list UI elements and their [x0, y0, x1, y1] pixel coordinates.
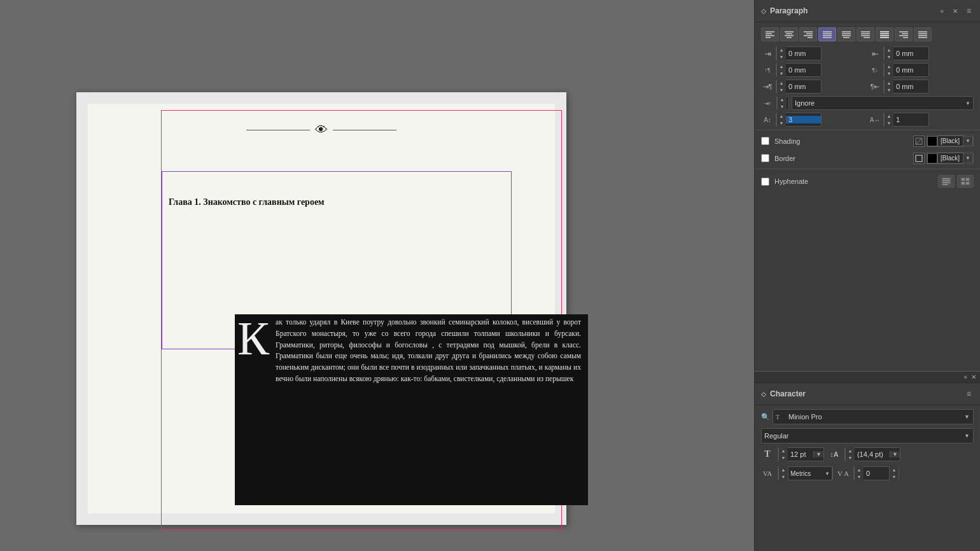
align-left-btn[interactable] [761, 27, 779, 41]
font-style-select[interactable]: Regular [762, 432, 964, 440]
shading-checkbox[interactable] [761, 137, 769, 145]
space-after-up[interactable]: ▲ [885, 63, 893, 70]
space-after-icon: ¶↓ [869, 65, 881, 75]
hyphenate-grid-icon[interactable] [957, 175, 974, 188]
indent-right-up[interactable]: ▲ [885, 46, 893, 53]
hyphenate-icons [938, 175, 974, 188]
font-size-dropdown[interactable]: ▼ [813, 451, 823, 457]
tracking-input[interactable] [864, 470, 889, 477]
kerning-up[interactable]: ▲ [779, 466, 788, 473]
font-preview-icon: T [775, 412, 784, 421]
last-line-up[interactable]: ▲ [885, 80, 893, 87]
leading-down[interactable]: ▼ [846, 454, 855, 461]
font-style-row: Regular ▼ [755, 427, 980, 445]
paragraph-collapse-btn[interactable]: « [937, 6, 946, 16]
space-before-up[interactable]: ▲ [777, 63, 786, 70]
ignore-down[interactable]: ▼ [778, 103, 787, 110]
ignore-select[interactable]: Ignore [792, 99, 965, 107]
paragraph-panel-header: ◇ Paragraph « ✕ ≡ [755, 0, 980, 22]
hyphenate-list-icon[interactable] [938, 175, 955, 188]
last-line-down[interactable]: ▼ [885, 87, 893, 94]
align-right-btn[interactable] [799, 27, 817, 41]
dropcap-chars-up[interactable]: ▲ [885, 113, 893, 120]
first-line-icon: ⇥¶ [761, 81, 774, 92]
space-before-down[interactable]: ▼ [777, 70, 786, 77]
body-text-block[interactable]: К ак только ударял в Киеве поутру доволь… [235, 314, 588, 505]
align-center-btn[interactable] [780, 27, 798, 41]
font-size-up[interactable]: ▲ [779, 447, 788, 454]
align-justify-btn[interactable] [818, 27, 836, 41]
indent-right-wrap: ▲ ▼ [883, 46, 929, 60]
kerning-method-wrap: Metrics ▼ [788, 466, 832, 480]
last-line-input[interactable] [893, 83, 928, 90]
align-rtl-btn[interactable] [895, 27, 913, 41]
align-justify-center-btn[interactable] [837, 27, 855, 41]
character-panel-header: ◇ Character ≡ [755, 383, 980, 405]
indent-left-up[interactable]: ▲ [777, 46, 786, 53]
drop-cap-container: К ак только ударял в Киеве поутру доволь… [235, 314, 585, 387]
space-after-input[interactable] [893, 66, 928, 74]
body-text: ак только ударял в Киеве поутру довольно… [272, 314, 585, 387]
indent-left-down[interactable]: ▼ [777, 53, 786, 60]
shading-color-dropdown-btn[interactable]: ▼ [963, 136, 973, 146]
leading-spinners-wrap: ▲ ▼ ▼ [844, 447, 900, 461]
dropcap-lines-down[interactable]: ▼ [777, 120, 786, 127]
dropcap-chars-icon: A↔ [869, 115, 881, 125]
tracking-up2[interactable]: ▲ [890, 466, 899, 473]
paragraph-close-btn[interactable]: ✕ [950, 6, 960, 16]
tracking-down2[interactable]: ▼ [890, 473, 899, 480]
kerning-down[interactable]: ▼ [779, 473, 788, 480]
size-leading-row: T ▲ ▼ ▼ ↕A ▲ ▼ ▼ [755, 445, 980, 464]
last-line-spinners: ▲ ▼ [884, 80, 893, 94]
dropcap-chars-down[interactable]: ▼ [885, 120, 893, 127]
text-frame-outer[interactable]: Глава 1. Знакомство с главным героем К а… [161, 110, 562, 530]
space-before-wrap: ▲ ▼ [776, 63, 822, 77]
ignore-up[interactable]: ▲ [778, 96, 787, 103]
indent-left-input[interactable] [786, 50, 821, 57]
kerning-icon: VA [761, 470, 774, 477]
border-checkbox[interactable] [761, 154, 769, 162]
dropcap-chars-input[interactable] [893, 116, 928, 123]
indent-right-input[interactable] [893, 50, 928, 57]
tracking-up[interactable]: ▲ [855, 466, 864, 473]
dropcap-lines-input[interactable] [786, 116, 821, 123]
shading-row: Shading [Black] ▼ [755, 132, 980, 150]
indent-right-down[interactable]: ▼ [885, 53, 893, 60]
leading-dropdown[interactable]: ▼ [890, 451, 900, 457]
dropcap-chars-group: A↔ ▲ ▼ [869, 113, 974, 127]
font-size-input[interactable] [788, 450, 813, 458]
align-force-justify-btn[interactable] [876, 27, 893, 41]
leading-input[interactable] [855, 450, 890, 458]
font-size-down[interactable]: ▼ [779, 454, 788, 461]
paragraph-menu-btn[interactable]: ≡ [964, 5, 974, 17]
space-after-wrap: ▲ ▼ [883, 63, 929, 77]
tracking-down[interactable]: ▼ [855, 473, 864, 480]
shading-color-select[interactable]: [Black] [937, 136, 963, 146]
font-size-spinners: ▲ ▼ [778, 447, 788, 461]
font-select-wrap: T Minion Pro ▼ [773, 409, 974, 424]
first-line-down[interactable]: ▼ [777, 87, 786, 94]
svg-rect-47 [962, 182, 965, 185]
kerning-method-select[interactable]: Metrics [788, 470, 825, 477]
space-after-down[interactable]: ▼ [885, 70, 893, 77]
first-line-input[interactable] [786, 83, 821, 90]
first-line-up[interactable]: ▲ [777, 80, 786, 87]
font-name-select[interactable]: Minion Pro [786, 413, 964, 421]
leading-up[interactable]: ▲ [846, 447, 855, 454]
space-before-input[interactable] [786, 66, 821, 74]
align-justify-right-btn[interactable] [857, 27, 874, 41]
border-color-select[interactable]: [Black] [937, 153, 963, 164]
character-close-btn[interactable]: ✕ [971, 373, 976, 380]
character-collapse-btn[interactable]: « [963, 373, 967, 380]
tracking-spinners2: ▲ ▼ [889, 466, 899, 480]
character-panel: « ✕ ◇ Character ≡ 🔍 T Minion Pro ▼ [755, 371, 980, 551]
firstlast-row: ⇥¶ ▲ ▼ ¶⇤ ▲ ▼ [755, 78, 980, 95]
align-rtl-justify-btn[interactable] [914, 27, 932, 41]
character-menu-btn[interactable]: ≡ [964, 388, 974, 400]
hyphenate-label: Hyphenate [774, 178, 933, 185]
dropcap-lines-up[interactable]: ▲ [777, 113, 786, 120]
indent-right-spinners: ▲ ▼ [884, 46, 893, 60]
shading-color-icon [913, 136, 925, 147]
border-color-dropdown-btn[interactable]: ▼ [963, 153, 973, 163]
hyphenate-checkbox[interactable] [761, 178, 769, 186]
